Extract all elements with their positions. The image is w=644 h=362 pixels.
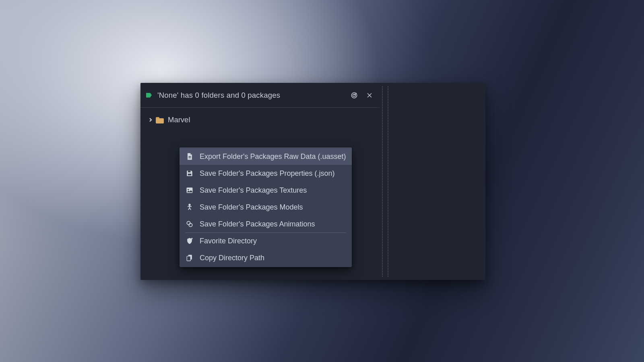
file-export-icon	[185, 152, 194, 161]
svg-point-8	[189, 204, 190, 206]
save-icon	[185, 169, 194, 178]
radar-button[interactable]	[350, 91, 359, 100]
app-panel: 'None' has 0 folders and 0 packages	[140, 83, 485, 280]
left-pane: 'None' has 0 folders and 0 packages	[140, 83, 380, 280]
svg-rect-4	[188, 171, 191, 172]
tag-icon	[146, 93, 154, 98]
menu-copy-path[interactable]: Copy Directory Path	[180, 249, 352, 266]
chevron-right-icon	[148, 118, 153, 122]
header-actions	[350, 91, 374, 100]
svg-rect-2	[189, 156, 191, 157]
shield-plus-icon	[185, 237, 194, 245]
svg-point-10	[189, 223, 192, 226]
svg-rect-5	[188, 174, 191, 175]
right-pane	[391, 83, 485, 280]
menu-item-label: Favorite Directory	[200, 237, 257, 245]
svg-rect-12	[187, 256, 190, 261]
status-text: 'None' has 0 folders and 0 packages	[157, 91, 280, 100]
svg-rect-3	[189, 158, 191, 158]
menu-save-textures[interactable]: Save Folder's Packages Textures	[180, 182, 352, 199]
menu-item-label: Save Folder's Packages Animations	[200, 220, 315, 228]
svg-point-7	[188, 189, 189, 190]
menu-item-label: Export Folder's Packages Raw Data (.uass…	[200, 152, 346, 161]
menu-save-json[interactable]: Save Folder's Packages Properties (.json…	[180, 165, 352, 182]
tree-item-marvel[interactable]: Marvel	[140, 113, 380, 127]
menu-item-label: Save Folder's Packages Properties (.json…	[200, 169, 335, 178]
close-button[interactable]	[365, 91, 374, 100]
image-icon	[185, 186, 194, 195]
desktop-background: 'None' has 0 folders and 0 packages	[0, 0, 644, 362]
copy-icon	[185, 253, 194, 262]
menu-item-label: Save Folder's Packages Models	[200, 203, 303, 212]
folder-icon	[156, 116, 165, 123]
tree-item-label: Marvel	[168, 115, 190, 124]
animation-icon	[185, 220, 194, 228]
menu-item-label: Save Folder's Packages Textures	[200, 186, 307, 195]
menu-save-models[interactable]: Save Folder's Packages Models	[180, 199, 352, 216]
folder-tree: Marvel Export Folder's Packages Raw Data…	[140, 108, 380, 132]
panel-header: 'None' has 0 folders and 0 packages	[140, 83, 380, 108]
context-menu: Export Folder's Packages Raw Data (.uass…	[180, 147, 352, 267]
svg-point-9	[187, 221, 190, 224]
menu-save-animations[interactable]: Save Folder's Packages Animations	[180, 216, 352, 232]
splitter-handle[interactable]	[380, 83, 391, 280]
person-icon	[185, 203, 194, 212]
menu-favorite[interactable]: Favorite Directory	[180, 232, 352, 249]
menu-export-raw[interactable]: Export Folder's Packages Raw Data (.uass…	[180, 148, 352, 165]
menu-item-label: Copy Directory Path	[200, 254, 264, 262]
